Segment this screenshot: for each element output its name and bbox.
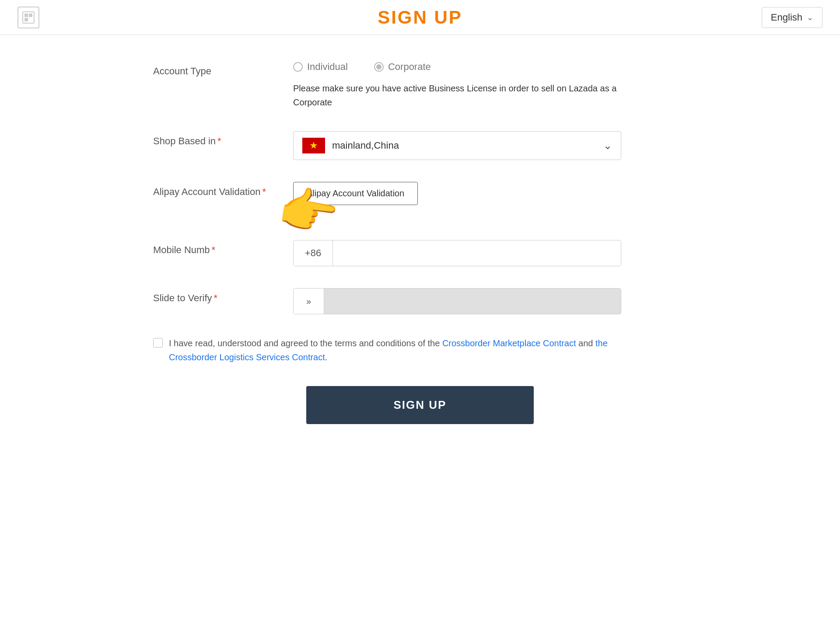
mobile-required: * — [212, 244, 216, 255]
mobile-input[interactable] — [333, 240, 621, 266]
individual-option[interactable]: Individual — [293, 61, 348, 73]
chevron-down-icon: ⌄ — [807, 13, 813, 22]
svg-rect-0 — [23, 12, 34, 23]
alipay-required: * — [262, 186, 266, 197]
mobile-label: Mobile Numb* — [153, 240, 293, 256]
mobile-number-input: +86 — [293, 240, 621, 266]
header: SIGN UP English ⌄ — [0, 0, 840, 35]
signup-btn-container: SIGN UP — [153, 386, 687, 424]
account-type-label: Account Type — [153, 61, 293, 77]
shop-based-dropdown[interactable]: ★ mainland,China ⌄ — [293, 131, 621, 160]
terms-row: I have read, understood and agreed to th… — [153, 336, 634, 364]
corporate-option[interactable]: Corporate — [374, 61, 431, 73]
account-type-row: Account Type Individual Corporate Please… — [153, 61, 687, 109]
svg-rect-3 — [24, 18, 28, 21]
language-label: English — [771, 12, 802, 23]
corporate-notice: Please make sure you have active Busines… — [293, 81, 621, 109]
slide-verify-control[interactable]: » — [293, 288, 621, 314]
slide-verify-row: Slide to Verify* » — [153, 288, 687, 314]
svg-rect-2 — [29, 14, 32, 17]
marketplace-contract-link[interactable]: Crossborder Marketplace Contract — [442, 338, 576, 348]
alipay-content: Alipay Account Validation 👈 — [293, 182, 687, 205]
terms-checkbox[interactable] — [153, 338, 163, 348]
alipay-row: Alipay Account Validation* Alipay Accoun… — [153, 182, 687, 205]
shop-based-content: ★ mainland,China ⌄ — [293, 131, 687, 160]
alipay-section: Alipay Account Validation 👈 — [293, 182, 418, 205]
mobile-row: Mobile Numb* +86 — [153, 240, 687, 266]
dropdown-left: ★ mainland,China — [302, 138, 399, 153]
country-code: +86 — [294, 240, 333, 266]
corporate-radio[interactable] — [374, 62, 384, 72]
alipay-label: Alipay Account Validation* — [153, 182, 293, 198]
svg-rect-1 — [24, 14, 28, 17]
account-type-options: Individual Corporate — [293, 61, 687, 73]
shop-based-value: mainland,China — [332, 140, 399, 151]
slide-verify-content: » — [293, 288, 687, 314]
slide-verify-label: Slide to Verify* — [153, 288, 293, 304]
language-selector[interactable]: English ⌄ — [762, 7, 822, 28]
shop-based-row: Shop Based in* ★ mainland,China ⌄ — [153, 131, 687, 160]
account-type-content: Individual Corporate Please make sure yo… — [293, 61, 687, 109]
mobile-content: +86 — [293, 240, 687, 266]
terms-text-end: . — [325, 352, 328, 362]
logo — [18, 7, 39, 28]
terms-text: I have read, understood and agreed to th… — [169, 336, 634, 364]
corporate-label: Corporate — [388, 61, 431, 73]
terms-text-before: I have read, understood and agreed to th… — [169, 338, 442, 348]
dropdown-chevron-icon: ⌄ — [603, 139, 612, 152]
slide-track — [324, 289, 621, 314]
slide-required: * — [214, 292, 218, 303]
slide-handle[interactable]: » — [294, 289, 324, 314]
signup-button[interactable]: SIGN UP — [306, 386, 534, 424]
individual-label: Individual — [307, 61, 348, 73]
china-flag-icon: ★ — [302, 138, 325, 153]
terms-text-middle: and — [576, 338, 595, 348]
page-title: SIGN UP — [378, 7, 462, 28]
alipay-button[interactable]: Alipay Account Validation — [293, 182, 418, 205]
individual-radio[interactable] — [293, 62, 303, 72]
shop-based-label: Shop Based in* — [153, 131, 293, 147]
shop-based-required: * — [217, 136, 221, 146]
main-content: Account Type Individual Corporate Please… — [136, 35, 704, 450]
